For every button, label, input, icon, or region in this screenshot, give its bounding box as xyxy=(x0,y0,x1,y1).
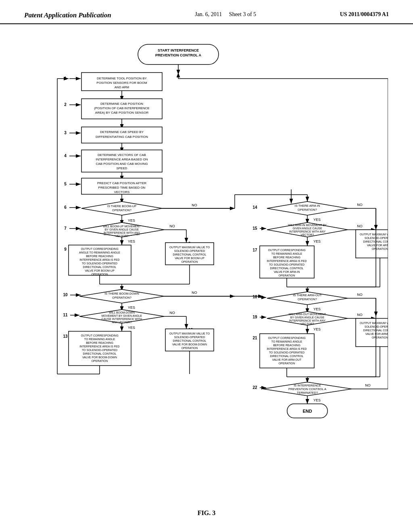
svg-text:NO: NO xyxy=(192,203,197,207)
svg-text:NO: NO xyxy=(169,311,175,315)
svg-text:VALVE FOR ARM-IN: VALVE FOR ARM-IN xyxy=(274,270,300,273)
svg-text:BEFORE REACHING: BEFORE REACHING xyxy=(86,255,113,258)
svg-text:DIRECTIONAL CONTROL: DIRECTIONAL CONTROL xyxy=(173,253,206,256)
svg-text:SPEED: SPEED xyxy=(116,166,127,170)
svg-text:OUTPUT CORRESPONDING: OUTPUT CORRESPONDING xyxy=(268,249,305,251)
svg-text:OPERATION: OPERATION xyxy=(279,274,295,277)
svg-text:15: 15 xyxy=(252,226,257,231)
svg-text:22: 22 xyxy=(252,385,257,390)
svg-text:YES: YES xyxy=(313,218,321,222)
svg-text:ANGLE TO REMAINING ANGLE: ANGLE TO REMAINING ANGLE xyxy=(79,251,120,254)
svg-text:VALVE FOR BOOM-UP: VALVE FOR BOOM-UP xyxy=(85,269,115,272)
svg-text:TO SOLENOID-OPERATED: TO SOLENOID-OPERATED xyxy=(82,349,117,351)
svg-text:PREVENTION CONTROL A: PREVENTION CONTROL A xyxy=(155,53,202,57)
svg-text:OUTPUT MAXIMUM VALUE TO: OUTPUT MAXIMUM VALUE TO xyxy=(360,233,388,236)
svg-text:INTERFERENCE AREA IS FED: INTERFERENCE AREA IS FED xyxy=(79,345,119,348)
svg-text:WILL BOOM-UP MOVEMENT: WILL BOOM-UP MOVEMENT xyxy=(103,225,141,228)
header-sheet: Sheet 3 of 5 xyxy=(229,11,256,17)
svg-text:INTERFERENCE AREA IS FED: INTERFERENCE AREA IS FED xyxy=(79,258,119,261)
svg-text:BY GIVEN ANGLE CAUSE: BY GIVEN ANGLE CAUSE xyxy=(105,228,139,231)
svg-text:NO: NO xyxy=(365,383,371,387)
figure-label: FIG. 3 xyxy=(24,509,389,517)
svg-text:TO REMAINING ANGLE: TO REMAINING ANGLE xyxy=(271,252,302,255)
svg-text:NO: NO xyxy=(357,313,363,317)
svg-text:TERMINATED?: TERMINATED? xyxy=(297,391,318,395)
svg-text:VALVE FOR BOOM-UP: VALVE FOR BOOM-UP xyxy=(175,257,204,260)
svg-text:OUTPUT MAXIMUM VALUE TO: OUTPUT MAXIMUM VALUE TO xyxy=(360,322,388,324)
svg-text:AREA) BY CAB POSITION SENSOR: AREA) BY CAB POSITION SENSOR xyxy=(95,111,149,114)
svg-text:6: 6 xyxy=(64,205,67,210)
svg-text:VECTOR?: VECTOR? xyxy=(115,235,129,237)
svg-text:OPERATION: OPERATION xyxy=(181,260,198,263)
svg-text:OPERATION?: OPERATION? xyxy=(112,208,131,212)
svg-text:21: 21 xyxy=(252,336,257,340)
svg-text:NO: NO xyxy=(192,291,197,295)
svg-text:INTERFERENCE WITH ANY: INTERFERENCE WITH ANY xyxy=(289,230,326,233)
svg-text:YES: YES xyxy=(128,326,135,330)
svg-text:WILL ARM-IN MOVEMENT BY: WILL ARM-IN MOVEMENT BY xyxy=(288,224,327,227)
svg-text:OPERATION: OPERATION xyxy=(372,336,388,339)
svg-text:YES: YES xyxy=(128,305,135,310)
svg-text:OPERATION?: OPERATION? xyxy=(112,296,131,299)
svg-text:OUTPUT CORRESPONDING: OUTPUT CORRESPONDING xyxy=(81,334,118,337)
svg-text:NO: NO xyxy=(357,293,363,297)
svg-text:ANY VECTOR?: ANY VECTOR? xyxy=(112,321,131,324)
svg-text:WILL BOOM-DOWN: WILL BOOM-DOWN xyxy=(109,311,135,314)
svg-text:YES: YES xyxy=(313,307,321,311)
svg-text:YES: YES xyxy=(128,218,135,222)
svg-text:IS THERE ARM-OUT: IS THERE ARM-OUT xyxy=(293,293,322,297)
svg-text:START INTERFERENCE: START INTERFERENCE xyxy=(158,48,199,52)
svg-text:OPERATION: OPERATION xyxy=(92,273,108,276)
svg-text:18: 18 xyxy=(252,295,257,299)
svg-text:4: 4 xyxy=(64,154,67,158)
svg-text:5: 5 xyxy=(64,182,67,186)
svg-text:DETERMINE TOOL POSITION BY: DETERMINE TOOL POSITION BY xyxy=(97,77,147,80)
svg-text:VECTOR?: VECTOR? xyxy=(301,322,314,325)
svg-text:DETERMINE VECTORS OF CAB: DETERMINE VECTORS OF CAB xyxy=(98,153,146,157)
svg-text:OPERATION?: OPERATION? xyxy=(298,208,317,212)
svg-text:YES: YES xyxy=(313,239,321,243)
svg-text:14: 14 xyxy=(252,205,257,210)
svg-text:BEFORE REACHING: BEFORE REACHING xyxy=(273,344,300,347)
svg-text:DIRECTIONAL CONTROL: DIRECTIONAL CONTROL xyxy=(270,355,304,357)
svg-text:BEFORE REACHING: BEFORE REACHING xyxy=(273,256,300,259)
svg-text:VALVE FOR ARM-OUT: VALVE FOR ARM-OUT xyxy=(272,358,302,361)
header-left: Patent Application Publication xyxy=(24,11,111,19)
svg-text:IS THERE ARM-IN: IS THERE ARM-IN xyxy=(295,204,320,208)
svg-text:OPERATION?: OPERATION? xyxy=(298,297,317,301)
svg-text:11: 11 xyxy=(63,313,68,317)
svg-text:IS INTERFERENCE: IS INTERFERENCE xyxy=(294,384,321,387)
svg-text:DIRECTIONAL CONTROL: DIRECTIONAL CONTROL xyxy=(270,267,304,270)
svg-text:INTERFERENCE AREA BASED ON: INTERFERENCE AREA BASED ON xyxy=(96,158,148,161)
svg-text:INTERFERENCE WITH ANY: INTERFERENCE WITH ANY xyxy=(104,231,140,234)
svg-text:TO SOLENOID-OPERATED: TO SOLENOID-OPERATED xyxy=(269,351,305,354)
svg-text:2: 2 xyxy=(64,102,67,107)
svg-text:SOLENOID-OPERATED: SOLENOID-OPERATED xyxy=(365,237,388,239)
svg-text:VALVE FOR ARM-OUT: VALVE FOR ARM-OUT xyxy=(365,332,388,335)
svg-text:OPERATION: OPERATION xyxy=(279,362,295,365)
svg-text:9: 9 xyxy=(64,247,67,251)
svg-text:DIRECTIONAL CONTROL: DIRECTIONAL CONTROL xyxy=(173,339,206,342)
svg-text:(POSITION OF CAB INTERFERENCE: (POSITION OF CAB INTERFERENCE xyxy=(94,106,149,110)
svg-text:OUTPUT MAXIMUM VALUE TO: OUTPUT MAXIMUM VALUE TO xyxy=(169,332,210,335)
svg-text:BEFORE REACHING: BEFORE REACHING xyxy=(86,341,113,344)
svg-text:TO SOLENOID-OPERATED: TO SOLENOID-OPERATED xyxy=(269,263,305,266)
svg-text:NO: NO xyxy=(357,224,363,228)
svg-text:OPERATION: OPERATION xyxy=(372,247,388,250)
svg-text:GIVEN ANGLE CAUSE: GIVEN ANGLE CAUSE xyxy=(292,227,322,230)
svg-text:TO SOLENOID-OPERATED: TO SOLENOID-OPERATED xyxy=(82,262,117,265)
svg-text:13: 13 xyxy=(63,334,68,339)
svg-text:7: 7 xyxy=(64,226,67,231)
flowchart: START INTERFERENCE PREVENTION CONTROL A … xyxy=(25,36,388,501)
svg-text:VECTORS: VECTORS xyxy=(114,190,130,194)
svg-text:VECTOR?: VECTOR? xyxy=(301,233,314,236)
svg-text:OUTPUT CORRESPONDING: OUTPUT CORRESPONDING xyxy=(268,337,305,339)
svg-text:OPERATION: OPERATION xyxy=(181,347,198,349)
svg-text:CAB POSITION AND CAB MOVING: CAB POSITION AND CAB MOVING xyxy=(96,162,148,166)
header-center: Jan. 6, 2011 Sheet 3 of 5 xyxy=(195,11,256,18)
svg-text:END: END xyxy=(302,409,312,414)
svg-text:VALVE FOR BOOM-DOWN: VALVE FOR BOOM-DOWN xyxy=(172,343,207,346)
svg-text:BY GIVEN ANGLE CAUSE: BY GIVEN ANGLE CAUSE xyxy=(290,316,325,319)
svg-text:DETERMINE CAB POSITION: DETERMINE CAB POSITION xyxy=(100,102,143,106)
svg-text:TO REMAINING ANGLE: TO REMAINING ANGLE xyxy=(84,338,115,341)
